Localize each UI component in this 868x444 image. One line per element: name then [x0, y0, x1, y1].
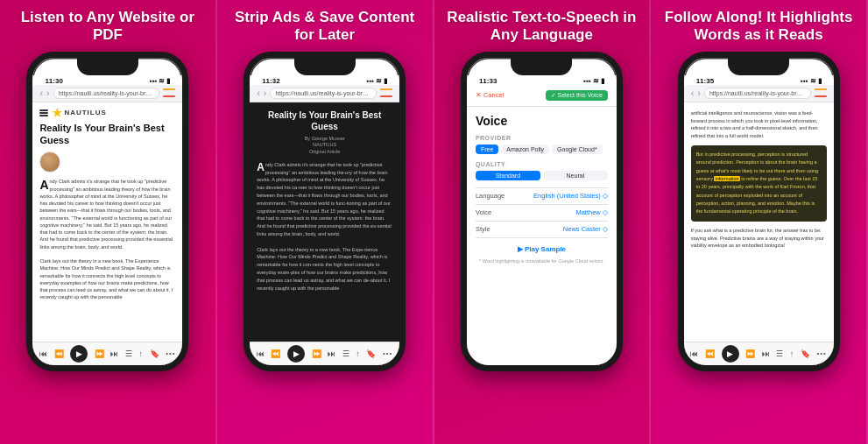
nav-back-1[interactable]: ‹ [39, 88, 43, 98]
bookmark-btn-1[interactable]: 🔖 [150, 349, 159, 358]
nautilus-star-icon [52, 108, 62, 118]
prev-btn-2[interactable]: ⏮ [257, 349, 265, 358]
panel-listen: Listen to Any Website or PDF 11:30 ▪▪▪ ≋… [0, 0, 217, 444]
quality-neural[interactable]: Neural [543, 171, 608, 180]
bookmark-btn-2[interactable]: 🔖 [366, 349, 376, 358]
menu-icon-2[interactable] [380, 88, 392, 97]
time-4: 11:35 [696, 77, 714, 85]
settings-btn-2[interactable]: ☰ [342, 349, 349, 358]
voice-modal-content: Voice PROVIDER Free Amazon Polly Google … [467, 107, 617, 365]
dark-article-body: Andy Clark admits it's strange that he t… [257, 161, 392, 292]
style-value[interactable]: News Caster ◇ [563, 225, 608, 233]
url-text-4[interactable]: https://nautli.us/reality-is-your-brains… [704, 88, 811, 99]
url-bar-4[interactable]: ‹ › https://nautli.us/reality-is-your-br… [684, 85, 834, 102]
forward-btn-2[interactable]: ⏩ [312, 349, 321, 358]
battery-icon-3: ▮ [601, 77, 604, 85]
play-btn-4[interactable]: ▶ [722, 345, 739, 363]
quality-standard[interactable]: Standard [476, 171, 540, 180]
forward-btn-4[interactable]: ⏩ [745, 349, 755, 358]
battery-icon-2: ▮ [384, 77, 387, 85]
language-value[interactable]: English (United States) ◇ [533, 192, 608, 200]
phone-mockup-3: 11:33 ▪▪▪ ≋ ▮ ✕ Cancel ✓ Select this Voi… [461, 52, 623, 371]
nav-forward-2[interactable]: › [264, 88, 267, 98]
menu-icon-1[interactable] [163, 88, 175, 97]
next-btn-4[interactable]: ⏭ [762, 349, 770, 358]
drop-cap-1: A [39, 179, 48, 191]
url-text-1[interactable]: https://nautli.us/reality-is-your-brains… [53, 88, 160, 99]
dark-article-title: Reality Is Your Brain's Best Guess [257, 109, 392, 132]
rewind-btn-2[interactable]: ⏪ [271, 349, 280, 358]
language-label: Language [476, 192, 505, 200]
menu-icon-4[interactable] [815, 88, 827, 97]
highlighted-word: information [714, 176, 739, 181]
voice-value[interactable]: Matthew ◇ [575, 208, 607, 216]
share-btn-1[interactable]: ↑ [139, 349, 144, 358]
reading-content: artificial intelligence and neuroscience… [684, 102, 834, 342]
url-bar-1[interactable]: ‹ › https://nautli.us/reality-is-your-br… [32, 85, 182, 102]
divider-2 [476, 204, 608, 205]
signal-icon: ▪▪▪ [150, 77, 158, 85]
time-3: 11:33 [479, 77, 497, 85]
style-label: Style [476, 225, 490, 233]
divider-1 [476, 187, 608, 188]
hamburger-menu[interactable] [39, 109, 48, 116]
signal-icon-2: ▪▪▪ [367, 77, 375, 85]
avatar-row [39, 152, 175, 173]
play-btn-2[interactable]: ▶ [287, 345, 305, 363]
dark-article-byline: By George MusserNAUTILUSOriginal Article [257, 136, 392, 156]
cancel-button[interactable]: ✕ Cancel [476, 91, 504, 99]
phone-notch-3 [511, 58, 572, 75]
battery-icon-4: ▮ [818, 77, 822, 85]
signal-icon-3: ▪▪▪ [583, 77, 591, 85]
provider-tabs: Free Amazon Polly Google Cloud* [476, 144, 608, 154]
share-btn-2[interactable]: ↑ [356, 349, 360, 358]
rewind-btn-4[interactable]: ⏪ [705, 349, 715, 358]
play-sample-button[interactable]: ▶ Play Sample [476, 245, 608, 253]
phone-mockup-1: 11:30 ▪▪▪ ≋ ▮ ‹ › https://nautli.us/real… [26, 52, 188, 371]
language-row: Language English (United States) ◇ [476, 192, 608, 200]
voice-modal: ✕ Cancel ✓ Select this Voice Voice PROVI… [467, 85, 617, 365]
settings-btn-1[interactable]: ☰ [125, 349, 132, 358]
share-btn-4[interactable]: ↑ [790, 349, 794, 358]
forward-btn-1[interactable]: ⏩ [95, 349, 104, 358]
prev-btn-4[interactable]: ⏮ [690, 349, 698, 358]
more-btn-1[interactable]: ••• [166, 349, 175, 357]
play-btn-1[interactable]: ▶ [70, 345, 88, 363]
settings-btn-4[interactable]: ☰ [776, 349, 783, 358]
more-btn-4[interactable]: ••• [816, 349, 826, 357]
provider-google[interactable]: Google Cloud* [552, 144, 603, 154]
divider-3 [476, 221, 608, 222]
wifi-icon-3: ≋ [593, 77, 599, 85]
provider-amazon[interactable]: Amazon Polly [501, 144, 549, 154]
next-btn-1[interactable]: ⏭ [110, 349, 118, 358]
x-icon: ✕ [476, 91, 482, 99]
select-voice-button[interactable]: ✓ Select this Voice [546, 90, 608, 101]
nav-back-4[interactable]: ‹ [691, 88, 695, 98]
quality-tabs: Standard Neural [476, 171, 608, 180]
nav-forward-1[interactable]: › [46, 88, 50, 98]
voice-note: * Word highlighting is unavailable for G… [476, 258, 608, 265]
style-row: Style News Caster ◇ [476, 225, 608, 233]
panel-3-heading: Realistic Text-to-Speech in Any Language [445, 9, 638, 45]
next-btn-2[interactable]: ⏭ [328, 349, 335, 358]
body-before-highlight: artificial intelligence and neuroscience… [691, 109, 827, 140]
status-icons-1: ▪▪▪ ≋ ▮ [150, 77, 171, 85]
nautilus-logo: NAUTILUS [52, 108, 106, 118]
status-bar-3: 11:33 ▪▪▪ ≋ ▮ [467, 75, 617, 85]
voice-modal-title: Voice [476, 114, 608, 128]
nav-forward-4[interactable]: › [697, 88, 701, 98]
body-after-highlight: If you ask what is a predictive brain fo… [691, 227, 827, 250]
phone-mockup-2: 11:32 ▪▪▪ ≋ ▮ ‹ › https://nautli.us/real… [243, 52, 406, 371]
nav-back-2[interactable]: ‹ [257, 88, 260, 98]
url-text-2[interactable]: https://nautli.us/reality-is-your-brains… [270, 88, 377, 99]
voice-top-bar: ✕ Cancel ✓ Select this Voice [467, 85, 617, 107]
prev-btn-1[interactable]: ⏮ [39, 349, 47, 358]
bookmark-btn-4[interactable]: 🔖 [801, 349, 810, 358]
provider-label: PROVIDER [476, 135, 608, 141]
provider-free[interactable]: Free [476, 144, 498, 154]
dark-article: Reality Is Your Brain's Best Guess By Ge… [250, 102, 399, 342]
url-bar-2[interactable]: ‹ › https://nautli.us/reality-is-your-br… [250, 85, 399, 102]
rewind-btn-1[interactable]: ⏪ [54, 349, 64, 358]
more-btn-2[interactable]: ••• [383, 349, 392, 357]
divider-4 [476, 237, 608, 238]
